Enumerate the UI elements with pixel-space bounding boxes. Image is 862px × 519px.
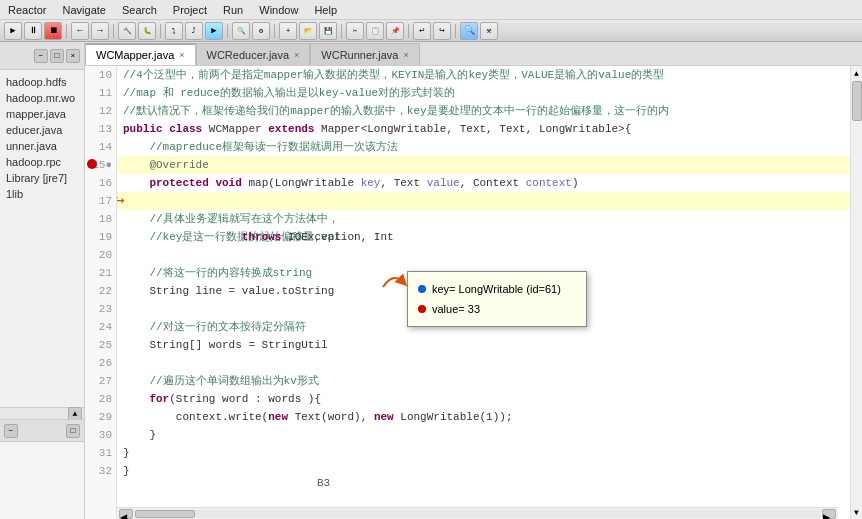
linenum-21: 21 xyxy=(85,264,116,282)
sidebar-item-reducer[interactable]: educer.java xyxy=(0,122,84,138)
code-editor[interactable]: //4个泛型中，前两个是指定mapper输入数据的类型，KEYIN是输入的key… xyxy=(117,66,850,519)
code-line-15: @Override xyxy=(117,156,850,174)
linenum-12: 12 xyxy=(85,102,116,120)
toolbar-run[interactable]: ▶ xyxy=(4,22,22,40)
panel2-expand[interactable]: □ xyxy=(66,424,80,438)
linenum-26: 26 xyxy=(85,354,116,372)
toolbar-step-into[interactable]: ⤴ xyxy=(185,22,203,40)
menu-help[interactable]: Help xyxy=(306,2,345,18)
menu-run[interactable]: Run xyxy=(215,2,251,18)
v-scroll-up[interactable]: ▲ xyxy=(851,66,862,80)
code-line-28: for(String word : words ){ xyxy=(117,390,850,408)
linenum-20: 20 xyxy=(85,246,116,264)
sidebar-item-mapper[interactable]: mapper.java xyxy=(0,106,84,122)
linenum-14: 14 xyxy=(85,138,116,156)
menu-project[interactable]: Project xyxy=(165,2,215,18)
debug-value-dot xyxy=(418,305,426,313)
sidebar-item-hadoop-mr[interactable]: hadoop.mr.wo xyxy=(0,90,84,106)
sidebar-expand-btn[interactable]: □ xyxy=(50,49,64,63)
h-scroll-track[interactable] xyxy=(135,510,820,518)
toolbar-copy[interactable]: 📋 xyxy=(366,22,384,40)
h-scrollbar[interactable]: ◀ ▶ xyxy=(117,507,838,519)
menu-reactor[interactable]: Reactor xyxy=(0,2,55,18)
toolbar-save[interactable]: 💾 xyxy=(319,22,337,40)
code-line-17: ↪ throws IOException, Int xyxy=(117,192,850,210)
toolbar-debug[interactable]: 🐛 xyxy=(138,22,156,40)
linenum-16: 16 xyxy=(85,174,116,192)
panel2-collapse[interactable]: − xyxy=(4,424,18,438)
toolbar-sep3 xyxy=(160,24,161,38)
editor[interactable]: 10 11 12 13 14 15● 16 17 18 19 20 21 22 … xyxy=(85,66,862,519)
toolbar-open[interactable]: 📂 xyxy=(299,22,317,40)
code-line-10: //4个泛型中，前两个是指定mapper输入数据的类型，KEYIN是输入的key… xyxy=(117,66,850,84)
toolbar-sep6 xyxy=(341,24,342,38)
debug-value-label: value= 33 xyxy=(432,303,480,315)
linenum-31: 31 xyxy=(85,444,116,462)
toolbar-settings[interactable]: ⚙ xyxy=(252,22,270,40)
sidebar-close-btn[interactable]: × xyxy=(66,49,80,63)
code-line-27: //遍历这个单词数组输出为kv形式 xyxy=(117,372,850,390)
sidebar-collapse-btn[interactable]: − xyxy=(34,49,48,63)
h-scroll-right[interactable]: ▶ xyxy=(822,509,836,519)
linenum-27: 27 xyxy=(85,372,116,390)
toolbar-sep2 xyxy=(113,24,114,38)
toolbar-search[interactable]: 🔍 xyxy=(232,22,250,40)
code-line-29: context.write(new Text(word), new LongWr… xyxy=(117,408,850,426)
toolbar-undo[interactable]: ↩ xyxy=(413,22,431,40)
tab-wcrunner-label: WCRunner.java xyxy=(321,49,398,61)
tab-wcmapper[interactable]: WCMapper.java × xyxy=(85,43,196,65)
tab-wcmapper-label: WCMapper.java xyxy=(96,49,174,61)
sidebar-item-library[interactable]: Library [jre7] xyxy=(0,170,84,186)
main-area: − □ × hadoop.hdfs hadoop.mr.wo mapper.ja… xyxy=(0,42,862,519)
v-scroll-track[interactable] xyxy=(851,122,862,505)
v-scroll-down[interactable]: ▼ xyxy=(851,505,862,519)
code-line-11: //map 和 reduce的数据输入输出是以key-value对的形式封装的 xyxy=(117,84,850,102)
debug-arrow xyxy=(378,267,408,297)
menu-navigate[interactable]: Navigate xyxy=(55,2,114,18)
toolbar-forward[interactable]: → xyxy=(91,22,109,40)
toolbar-refactor[interactable]: ⚒ xyxy=(480,22,498,40)
toolbar-pause[interactable]: ⏸ xyxy=(24,22,42,40)
sidebar-item-lib[interactable]: 1lib xyxy=(0,186,84,202)
tab-wcmapper-close[interactable]: × xyxy=(179,50,184,60)
linenum-25: 25 xyxy=(85,336,116,354)
tab-wcrunner[interactable]: WCRunner.java × xyxy=(310,43,419,65)
line-numbers: 10 11 12 13 14 15● 16 17 18 19 20 21 22 … xyxy=(85,66,117,519)
h-scroll-thumb[interactable] xyxy=(135,510,195,518)
breakpoint-dot-15 xyxy=(87,159,97,169)
menu-search[interactable]: Search xyxy=(114,2,165,18)
sidebar-item-rpc[interactable]: hadoop.rpc xyxy=(0,154,84,170)
debug-key-row: key= LongWritable (id=61) xyxy=(418,280,576,298)
toolbar-step-over[interactable]: ⤵ xyxy=(165,22,183,40)
v-scroll-thumb[interactable] xyxy=(852,81,862,121)
code-line-16: protected void map(LongWritable key, Tex… xyxy=(117,174,850,192)
bottom-annotation: B3 xyxy=(317,477,330,489)
toolbar-paste[interactable]: 📌 xyxy=(386,22,404,40)
code-line-25: String[] words = StringUtil xyxy=(117,336,850,354)
linenum-13: 13 xyxy=(85,120,116,138)
toolbar-redo[interactable]: ↪ xyxy=(433,22,451,40)
sidebar: − □ × hadoop.hdfs hadoop.mr.wo mapper.ja… xyxy=(0,42,85,519)
tab-wcreducer[interactable]: WCReducer.java × xyxy=(196,43,311,65)
tab-wcreducer-close[interactable]: × xyxy=(294,50,299,60)
toolbar-cut[interactable]: ✂ xyxy=(346,22,364,40)
toolbar-new[interactable]: + xyxy=(279,22,297,40)
toolbar-sep8 xyxy=(455,24,456,38)
toolbar-build[interactable]: 🔨 xyxy=(118,22,136,40)
linenum-22: 22 xyxy=(85,282,116,300)
tab-bar: WCMapper.java × WCReducer.java × WCRunne… xyxy=(85,42,862,66)
toolbar-back[interactable]: ← xyxy=(71,22,89,40)
toolbar-resume[interactable]: ▶ xyxy=(205,22,223,40)
menu-window[interactable]: Window xyxy=(251,2,306,18)
sidebar-item-runner[interactable]: unner.java xyxy=(0,138,84,154)
linenum-32: 32 xyxy=(85,462,116,480)
tab-wcrunner-close[interactable]: × xyxy=(403,50,408,60)
linenum-17: 17 xyxy=(85,192,116,210)
toolbar-find[interactable]: 🔍 xyxy=(460,22,478,40)
h-scroll-left[interactable]: ◀ xyxy=(119,509,133,519)
sidebar-tree: hadoop.hdfs hadoop.mr.wo mapper.java edu… xyxy=(0,70,84,407)
code-line-26 xyxy=(117,354,850,372)
v-scrollbar[interactable]: ▲ ▼ xyxy=(850,66,862,519)
toolbar-stop[interactable]: ⏹ xyxy=(44,22,62,40)
sidebar-item-hadoop-hdfs[interactable]: hadoop.hdfs xyxy=(0,74,84,90)
